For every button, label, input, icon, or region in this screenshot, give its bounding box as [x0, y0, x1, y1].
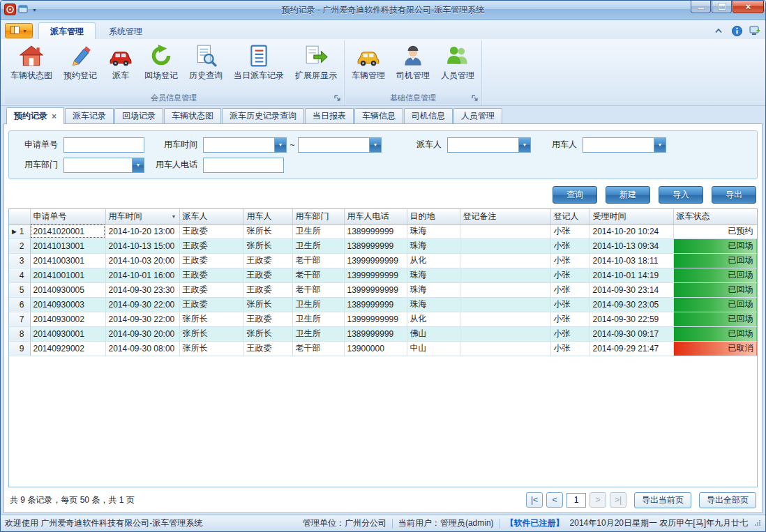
table-cell[interactable]: 1389999999: [344, 326, 407, 341]
table-cell[interactable]: 珠海: [407, 297, 460, 312]
table-cell[interactable]: 张所长: [179, 326, 243, 341]
table-cell[interactable]: 2014-10-01 16:00: [105, 268, 179, 282]
collapse-ribbon-icon[interactable]: [712, 25, 725, 36]
ribbon-item[interactable]: 司机管理: [391, 40, 435, 83]
doc-tab[interactable]: 人员管理: [453, 108, 502, 123]
table-cell[interactable]: 王政委: [179, 282, 243, 297]
table-cell[interactable]: [460, 341, 550, 356]
export-all-pages-button[interactable]: 导出全部页: [699, 492, 756, 508]
table-cell[interactable]: 小张: [550, 268, 589, 282]
table-cell[interactable]: 老干部: [292, 282, 344, 297]
ribbon-item[interactable]: 预约登记: [58, 40, 103, 83]
table-cell[interactable]: 老干部: [292, 341, 344, 356]
table-cell[interactable]: 20140930003: [30, 297, 105, 312]
table-cell[interactable]: [460, 326, 550, 341]
row-selector-cell[interactable]: ▶1: [9, 224, 30, 238]
column-header[interactable]: 申请单号: [30, 209, 105, 224]
doc-tab[interactable]: 车辆信息: [354, 108, 403, 123]
import-button[interactable]: 导入: [659, 186, 703, 204]
group-dialog-launcher-icon[interactable]: [471, 93, 479, 105]
table-cell[interactable]: 老干部: [292, 268, 344, 282]
use-time-from-dropdown[interactable]: ▼: [203, 137, 287, 153]
table-cell[interactable]: 2014-09-30 23:05: [589, 297, 673, 312]
table-cell[interactable]: 张所长: [179, 341, 243, 356]
ribbon-tab[interactable]: 系统管理: [97, 22, 154, 39]
table-cell[interactable]: 王政委: [179, 297, 243, 312]
doc-tab[interactable]: 车辆状态图: [164, 108, 221, 123]
column-header[interactable]: 受理时间: [589, 209, 673, 224]
status-cell[interactable]: 已回场: [673, 297, 757, 312]
table-cell[interactable]: 卫生所: [292, 297, 344, 312]
table-cell[interactable]: 20141003001: [30, 253, 105, 268]
column-header[interactable]: 派车人: [179, 209, 243, 224]
table-cell[interactable]: 2014-09-30 22:00: [105, 297, 179, 312]
query-button[interactable]: 查询: [553, 186, 597, 204]
column-header[interactable]: 目的地: [407, 209, 460, 224]
last-page-button[interactable]: >|: [610, 492, 626, 508]
table-cell[interactable]: 2014-10-13 09:34: [589, 238, 673, 253]
table-cell[interactable]: 从化: [407, 312, 460, 326]
table-cell[interactable]: 卫生所: [292, 238, 344, 253]
table-cell[interactable]: 20140930005: [30, 282, 105, 297]
ribbon-item[interactable]: 车辆管理: [346, 40, 391, 83]
doc-tab[interactable]: 回场记录: [114, 108, 163, 123]
column-header[interactable]: 用车人: [243, 209, 292, 224]
doc-tab[interactable]: 派车记录: [65, 108, 114, 123]
table-cell[interactable]: 珠海: [407, 224, 460, 238]
table-cell[interactable]: 张所长: [243, 297, 292, 312]
ribbon-tab[interactable]: 派车管理: [38, 22, 96, 39]
table-cell[interactable]: 王政委: [243, 268, 292, 282]
passenger-dropdown[interactable]: ▼: [583, 137, 666, 153]
table-cell[interactable]: 2014-10-13 15:00: [105, 238, 179, 253]
table-cell[interactable]: 13999999999: [344, 253, 407, 268]
table-cell[interactable]: 王政委: [179, 238, 243, 253]
table-cell[interactable]: 2014-10-01 14:19: [589, 268, 673, 282]
table-cell[interactable]: 王政委: [179, 224, 243, 238]
ribbon-item[interactable]: 历史查询: [183, 40, 228, 83]
table-cell[interactable]: 20141001001: [30, 268, 105, 282]
column-header[interactable]: 派车状态: [673, 209, 757, 224]
table-cell[interactable]: [460, 238, 550, 253]
table-cell[interactable]: 王政委: [179, 253, 243, 268]
row-selector-cell[interactable]: 4: [9, 268, 30, 282]
ribbon-item[interactable]: 派车: [103, 40, 139, 83]
ribbon-item[interactable]: 回场登记: [139, 40, 183, 83]
table-cell[interactable]: 小张: [550, 253, 589, 268]
ribbon-item[interactable]: 车辆状态图: [5, 40, 58, 83]
table-cell[interactable]: 13900000: [344, 341, 407, 356]
column-header[interactable]: 登记人: [550, 209, 589, 224]
status-cell[interactable]: 已回场: [673, 253, 757, 268]
export-current-page-button[interactable]: 导出当前页: [634, 492, 691, 508]
status-cell[interactable]: 已回场: [673, 282, 757, 297]
table-cell[interactable]: 小张: [550, 238, 589, 253]
ribbon-item[interactable]: 扩展屏显示: [290, 40, 343, 83]
prev-page-button[interactable]: <: [546, 492, 563, 508]
row-selector-cell[interactable]: 8: [9, 326, 30, 341]
table-cell[interactable]: [460, 253, 550, 268]
status-cell[interactable]: 已回场: [673, 326, 757, 341]
department-dropdown[interactable]: ▼: [63, 158, 144, 173]
table-cell[interactable]: 中山: [407, 341, 460, 356]
table-cell[interactable]: 卫生所: [292, 224, 344, 238]
table-cell[interactable]: 王政委: [243, 282, 292, 297]
column-header[interactable]: 用车部门: [292, 209, 344, 224]
table-cell[interactable]: 1389999999: [344, 238, 407, 253]
table-cell[interactable]: 小张: [550, 312, 589, 326]
table-cell[interactable]: 卫生所: [292, 326, 344, 341]
group-dialog-launcher-icon[interactable]: [333, 93, 341, 105]
status-cell[interactable]: 已回场: [673, 238, 757, 253]
row-selector-cell[interactable]: 5: [9, 282, 30, 297]
status-cell[interactable]: 已取消: [673, 341, 757, 356]
table-cell[interactable]: 20141013001: [30, 238, 105, 253]
table-cell[interactable]: 2014-09-29 21:47: [589, 341, 673, 356]
table-cell[interactable]: [460, 224, 550, 238]
table-cell[interactable]: 2014-10-03 20:00: [105, 253, 179, 268]
row-selector-header[interactable]: [9, 209, 30, 224]
table-cell[interactable]: 2014-09-30 23:30: [105, 282, 179, 297]
table-cell[interactable]: 小张: [550, 326, 589, 341]
row-selector-cell[interactable]: 7: [9, 312, 30, 326]
ribbon-item[interactable]: 当日派车记录: [228, 40, 290, 83]
registered-link[interactable]: 【软件已注册】: [506, 517, 564, 529]
ribbon-item[interactable]: 人员管理: [435, 40, 480, 83]
table-cell[interactable]: 张所长: [243, 238, 292, 253]
